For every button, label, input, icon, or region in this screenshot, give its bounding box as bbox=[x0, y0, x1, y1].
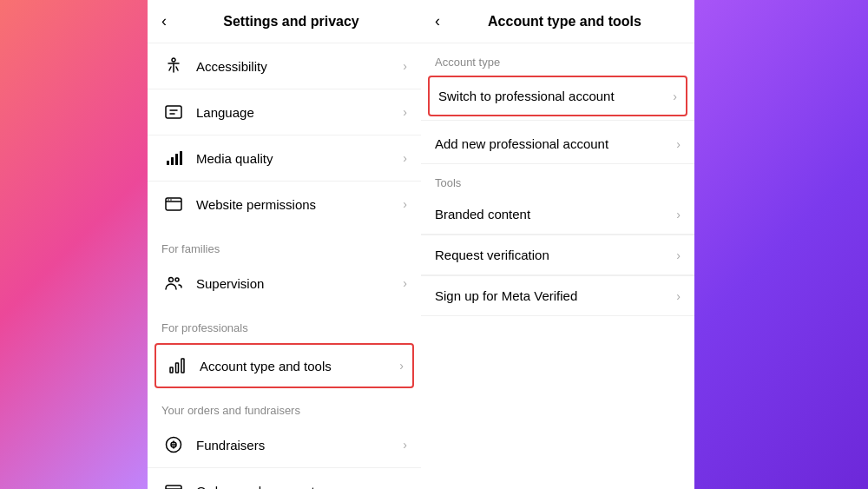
website-permissions-icon bbox=[161, 192, 186, 216]
svg-point-0 bbox=[172, 58, 175, 62]
settings-panel: ‹ Settings and privacy Accessibility › bbox=[148, 0, 421, 489]
settings-header: ‹ Settings and privacy bbox=[148, 0, 421, 43]
svg-rect-5 bbox=[180, 151, 182, 165]
svg-rect-13 bbox=[181, 359, 184, 373]
svg-rect-2 bbox=[167, 161, 169, 165]
meta-verified-chevron: › bbox=[676, 289, 681, 303]
svg-point-9 bbox=[169, 278, 174, 282]
settings-title: Settings and privacy bbox=[175, 14, 407, 30]
orders-payments-item[interactable]: Orders and payments › bbox=[148, 468, 421, 489]
families-group: Supervision › bbox=[148, 261, 421, 306]
website-permissions-chevron: › bbox=[403, 197, 407, 211]
left-background bbox=[0, 0, 148, 489]
language-label: Language bbox=[196, 105, 403, 120]
website-permissions-item[interactable]: Website permissions › bbox=[148, 182, 421, 227]
back-icon[interactable]: ‹ bbox=[161, 12, 167, 30]
website-permissions-label: Website permissions bbox=[196, 197, 403, 212]
accessibility-icon bbox=[161, 54, 186, 78]
account-type-tools-chevron: › bbox=[399, 359, 404, 373]
for-professionals-label: For professionals bbox=[148, 309, 421, 340]
meta-verified-item[interactable]: Sign up for Meta Verified › bbox=[421, 276, 694, 316]
add-professional-item[interactable]: Add new professional account › bbox=[421, 124, 694, 164]
request-verification-label: Request verification bbox=[435, 248, 676, 262]
supervision-label: Supervision bbox=[196, 276, 403, 291]
right-back-icon[interactable]: ‹ bbox=[435, 12, 440, 30]
svg-rect-3 bbox=[171, 157, 174, 165]
accessibility-label: Accessibility bbox=[196, 59, 403, 74]
media-quality-label: Media quality bbox=[196, 151, 403, 166]
language-icon bbox=[161, 100, 186, 124]
meta-verified-label: Sign up for Meta Verified bbox=[435, 288, 676, 303]
svg-rect-11 bbox=[170, 367, 173, 373]
svg-rect-4 bbox=[175, 154, 178, 165]
svg-point-10 bbox=[175, 278, 179, 281]
accessibility-chevron: › bbox=[403, 59, 407, 73]
orders-label: Your orders and fundraisers bbox=[148, 392, 421, 422]
branded-content-chevron: › bbox=[676, 208, 681, 221]
divider bbox=[421, 120, 694, 121]
fundraisers-item[interactable]: Fundraisers › bbox=[148, 422, 421, 467]
fundraisers-chevron: › bbox=[403, 438, 407, 452]
svg-rect-12 bbox=[176, 363, 179, 373]
request-verification-item[interactable]: Request verification › bbox=[421, 235, 694, 275]
add-professional-chevron: › bbox=[676, 137, 681, 151]
general-items-group: Accessibility › Language › bbox=[148, 43, 421, 227]
fundraisers-icon bbox=[161, 433, 186, 457]
branded-content-item[interactable]: Branded content › bbox=[421, 195, 694, 235]
media-quality-chevron: › bbox=[403, 151, 407, 165]
professionals-group: Account type and tools › bbox=[148, 343, 421, 388]
switch-professional-chevron: › bbox=[673, 89, 677, 103]
media-quality-icon bbox=[161, 146, 186, 170]
supervision-chevron: › bbox=[403, 276, 407, 290]
switch-professional-label: Switch to professional account bbox=[438, 89, 673, 103]
account-type-tools-item[interactable]: Account type and tools › bbox=[155, 343, 414, 388]
account-type-tools-label: Account type and tools bbox=[200, 359, 399, 373]
svg-rect-1 bbox=[166, 106, 181, 118]
request-verification-chevron: › bbox=[676, 248, 681, 262]
switch-professional-item[interactable]: Switch to professional account › bbox=[430, 77, 686, 115]
right-background bbox=[694, 0, 868, 489]
orders-payments-label: Orders and payments bbox=[196, 484, 403, 490]
language-chevron: › bbox=[403, 105, 407, 119]
branded-content-label: Branded content bbox=[435, 207, 676, 221]
for-families-label: For families bbox=[148, 230, 421, 261]
supervision-icon bbox=[161, 271, 186, 295]
fundraisers-label: Fundraisers bbox=[196, 438, 403, 453]
account-type-title: Account type and tools bbox=[449, 14, 681, 30]
tools-section-label: Tools bbox=[421, 164, 694, 195]
accessibility-item[interactable]: Accessibility › bbox=[148, 43, 421, 89]
svg-point-7 bbox=[168, 199, 169, 201]
account-type-section-label: Account type bbox=[421, 43, 694, 74]
switch-professional-container: Switch to professional account › bbox=[428, 76, 687, 116]
account-type-header: ‹ Account type and tools bbox=[421, 0, 694, 43]
supervision-item[interactable]: Supervision › bbox=[148, 261, 421, 306]
account-type-panel: ‹ Account type and tools Account type Sw… bbox=[421, 0, 694, 489]
add-professional-label: Add new professional account bbox=[435, 136, 676, 151]
language-item[interactable]: Language › bbox=[148, 89, 421, 135]
account-type-tools-icon bbox=[165, 354, 189, 378]
orders-group: Fundraisers › Orders and payments › bbox=[148, 422, 421, 489]
orders-payments-icon bbox=[161, 479, 186, 489]
svg-point-8 bbox=[170, 199, 172, 201]
media-quality-item[interactable]: Media quality › bbox=[148, 135, 421, 181]
orders-payments-chevron: › bbox=[403, 484, 407, 489]
